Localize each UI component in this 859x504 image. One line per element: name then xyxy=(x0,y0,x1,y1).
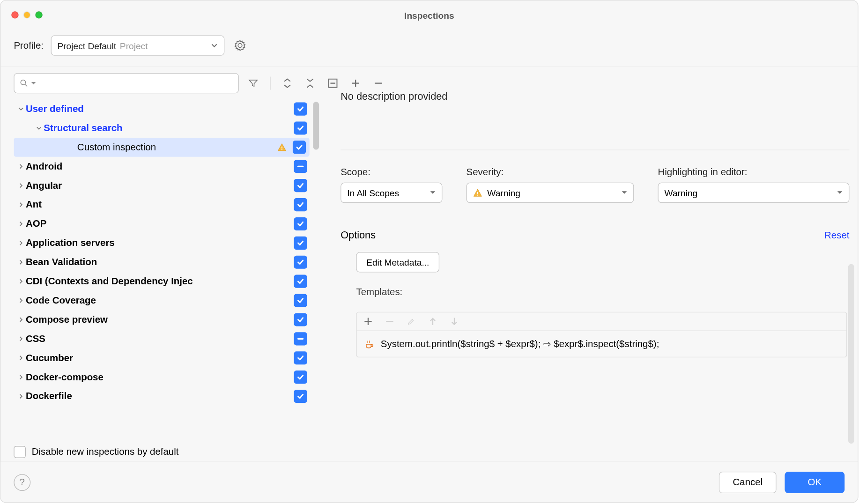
checkbox-checked[interactable] xyxy=(294,294,307,307)
template-text: System.out.println($string$ + $expr$); ⇨… xyxy=(381,338,659,349)
filter-button[interactable] xyxy=(247,77,259,89)
expand-all-button[interactable] xyxy=(281,77,294,89)
tree-item[interactable]: Ant xyxy=(14,195,311,215)
collapse-all-button[interactable] xyxy=(304,77,316,89)
highlight-dropdown[interactable]: Warning xyxy=(658,183,850,203)
checkbox-checked[interactable] xyxy=(294,390,307,403)
checkbox-mixed[interactable] xyxy=(294,332,307,345)
severity-label: Severity: xyxy=(467,167,634,178)
tree-item-label: Angular xyxy=(26,180,290,191)
checkbox-checked[interactable] xyxy=(294,179,307,192)
chevron-right-icon[interactable] xyxy=(16,297,26,304)
chevron-right-icon[interactable] xyxy=(16,221,26,227)
checkbox-checked[interactable] xyxy=(294,256,307,269)
options-label: Options xyxy=(341,229,376,241)
tree-item-label: Application servers xyxy=(26,237,290,248)
profile-select[interactable]: Project Default Project xyxy=(51,35,224,55)
chevron-right-icon[interactable] xyxy=(16,317,26,323)
checkbox-checked[interactable] xyxy=(294,237,307,250)
svg-point-12 xyxy=(477,195,478,196)
search-input[interactable] xyxy=(38,78,234,88)
chevron-down-icon[interactable] xyxy=(34,125,44,131)
tree-item-label: Code Coverage xyxy=(26,295,290,306)
svg-point-8 xyxy=(281,149,282,150)
profile-settings-button[interactable] xyxy=(231,37,248,54)
search-icon xyxy=(19,78,29,88)
warning-icon xyxy=(473,188,482,197)
checkbox-checked[interactable] xyxy=(294,351,307,364)
checkbox-checked[interactable] xyxy=(294,275,307,288)
chevron-down-icon[interactable] xyxy=(16,106,26,112)
chevron-right-icon[interactable] xyxy=(16,374,26,380)
tree-item-label: Bean Validation xyxy=(26,257,290,267)
scope-label: Scope: xyxy=(341,167,442,178)
tree-item[interactable]: CDI (Contexts and Dependency Injec xyxy=(14,272,311,291)
reset-link[interactable]: Reset xyxy=(824,230,849,241)
chevron-right-icon[interactable] xyxy=(16,278,26,284)
chevron-right-icon[interactable] xyxy=(16,355,26,361)
inspections-dialog: Inspections Profile: Project Default Pro… xyxy=(0,0,859,503)
checkbox-checked[interactable] xyxy=(294,371,307,384)
templates-label: Templates: xyxy=(356,287,849,297)
tree-item[interactable]: Android xyxy=(14,157,311,176)
help-button[interactable]: ? xyxy=(14,474,30,491)
severity-controls: Scope: In All Scopes Severity: Warning xyxy=(341,167,849,203)
tree-item[interactable]: Bean Validation xyxy=(14,252,311,272)
checkbox-checked[interactable] xyxy=(294,121,307,134)
tree-item[interactable]: Dockerfile xyxy=(14,387,311,406)
edit-metadata-button[interactable]: Edit Metadata... xyxy=(356,252,439,272)
disable-new-inspections-row[interactable]: Disable new inspections by default xyxy=(14,446,178,458)
tree-item[interactable]: AOP xyxy=(14,215,311,234)
tree-item-label: AOP xyxy=(26,218,290,229)
gear-icon xyxy=(234,39,246,52)
template-item[interactable]: System.out.println($string$ + $expr$); ⇨… xyxy=(357,331,846,357)
tree-item[interactable]: Custom inspection xyxy=(14,138,309,157)
highlight-label: Highlighting in editor: xyxy=(658,167,850,178)
tree-item[interactable]: Angular xyxy=(14,176,311,195)
tree-item[interactable]: Application servers xyxy=(14,233,311,252)
chevron-right-icon[interactable] xyxy=(16,183,26,189)
plus-icon xyxy=(364,317,372,326)
right-pane: No description provided Scope: In All Sc… xyxy=(324,67,859,466)
tree-item[interactable]: Compose preview xyxy=(14,310,311,329)
checkbox-checked[interactable] xyxy=(294,313,307,326)
tree-item-label: Dockerfile xyxy=(26,391,290,402)
tree-item[interactable]: Code Coverage xyxy=(14,291,311,310)
tree-item[interactable]: User defined xyxy=(14,99,311,119)
severity-value: Warning xyxy=(487,188,616,198)
options-header: Options Reset xyxy=(341,229,849,241)
chevron-right-icon[interactable] xyxy=(16,240,26,246)
severity-dropdown[interactable]: Warning xyxy=(467,183,634,203)
tree-item[interactable]: Docker-compose xyxy=(14,368,311,387)
templates-toolbar xyxy=(357,312,846,331)
chevron-down-icon xyxy=(211,42,218,49)
cancel-button[interactable]: Cancel xyxy=(719,471,776,493)
checkbox-checked[interactable] xyxy=(294,198,307,211)
tree-item[interactable]: Structural search xyxy=(14,119,311,138)
chevron-right-icon[interactable] xyxy=(16,202,26,208)
tree-item-label: CDI (Contexts and Dependency Injec xyxy=(26,276,290,287)
tree-item[interactable]: Cucumber xyxy=(14,348,311,368)
chevron-right-icon[interactable] xyxy=(16,163,26,170)
tree-scrollbar[interactable] xyxy=(313,102,319,149)
chevron-right-icon[interactable] xyxy=(16,393,26,400)
ok-button[interactable]: OK xyxy=(785,471,844,493)
checkbox-mixed[interactable] xyxy=(294,160,307,173)
inspection-description: No description provided xyxy=(341,91,849,103)
profile-selected: Project Default xyxy=(57,40,116,51)
template-remove-button xyxy=(384,316,395,327)
tree-item[interactable]: CSS xyxy=(14,329,311,348)
right-scrollbar[interactable] xyxy=(848,264,854,444)
template-add-button[interactable] xyxy=(363,316,373,327)
checkbox-checked[interactable] xyxy=(294,217,307,230)
chevron-right-icon[interactable] xyxy=(16,259,26,265)
scope-dropdown[interactable]: In All Scopes xyxy=(341,183,442,203)
checkbox-checked[interactable] xyxy=(294,103,307,116)
checkbox-checked[interactable] xyxy=(293,141,306,154)
window-title: Inspections xyxy=(0,10,858,20)
tree-item-label: Android xyxy=(26,161,290,172)
chevron-right-icon[interactable] xyxy=(16,336,26,342)
search-input-wrapper[interactable] xyxy=(14,73,239,93)
disable-checkbox[interactable] xyxy=(14,446,26,458)
inspection-tree[interactable]: User definedStructural searchCustom insp… xyxy=(14,99,311,466)
